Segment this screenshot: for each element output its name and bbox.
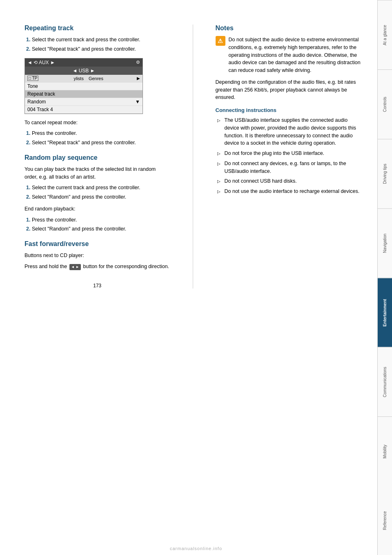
- cancel-label: To cancel repeat mode:: [24, 119, 170, 127]
- connecting-bullet-3: Do not connect any devices, e.g. fans or…: [216, 160, 361, 175]
- warning-box: ⚠ Do not subject the audio device to ext…: [216, 36, 361, 74]
- right-column: Notes ⚠ Do not subject the audio device …: [212, 25, 361, 289]
- sidebar-item-entertainment[interactable]: Entertainment: [378, 278, 392, 347]
- end-random-label: End random playback:: [24, 205, 170, 213]
- main-content: Repeating track Select the current track…: [0, 0, 377, 555]
- left-column: Repeating track Select the current track…: [24, 25, 174, 289]
- end-step-1: Press the controller.: [32, 216, 170, 224]
- tone-row: Tone: [25, 83, 143, 90]
- warning-text: Do not subject the audio device to extre…: [229, 36, 361, 74]
- sidebar-item-at-a-glance[interactable]: At a glance: [378, 0, 392, 69]
- sidebar-item-driving-tips[interactable]: Driving tips: [378, 139, 392, 208]
- genres-tab: Genres: [87, 76, 105, 81]
- playlists-tab: ylists: [72, 76, 85, 81]
- cancel-step-1: Press the controller.: [32, 130, 170, 137]
- connecting-bullet-4: Do not connect USB hard disks.: [216, 177, 361, 185]
- sidebar-item-mobility[interactable]: Mobility: [378, 416, 392, 486]
- end-step-2: Select "Random" and press the controller…: [32, 225, 170, 233]
- random-play-steps: Select the current track and press the c…: [24, 184, 170, 201]
- connecting-bullet-5: Do not use the audio interface to rechar…: [216, 188, 361, 195]
- connecting-title: Connecting instructions: [216, 107, 361, 113]
- random-play-intro: You can play back the tracks of the sele…: [24, 166, 170, 181]
- repeating-step-1: Select the current track and press the c…: [32, 36, 170, 44]
- sidebar-item-reference[interactable]: Reference: [378, 486, 392, 555]
- two-col-layout: Repeating track Select the current track…: [24, 25, 361, 289]
- random-play-title: Random play sequence: [24, 154, 170, 161]
- sidebar-item-controls[interactable]: Controls: [378, 69, 392, 139]
- tp-box: □ TP: [27, 76, 38, 81]
- random-arrow: ▼: [135, 99, 140, 105]
- random-step-2: Select "Random" and press the controller…: [32, 193, 170, 201]
- sidebar: At a glance Controls Driving tips Naviga…: [377, 0, 392, 555]
- page-number: 173: [24, 283, 170, 289]
- random-step-1: Select the current track and press the c…: [32, 184, 170, 192]
- random-row: Random ▼: [25, 98, 143, 106]
- menu-arrow: ▶: [137, 76, 140, 81]
- aux-display: ◄ ⟲ AUX ► ⚙ ◄ USB ► □ TP ylists Genres: [24, 58, 143, 114]
- notes-title: Notes: [216, 25, 361, 32]
- aux-label: ◄ ⟲ AUX ►: [27, 60, 55, 65]
- watermark: carmanualsonline.info: [170, 546, 222, 551]
- fast-forward-instruction: Press and hold the ◄ ► button for the co…: [24, 263, 170, 271]
- fast-forward-title: Fast forward/reverse: [24, 240, 170, 248]
- connecting-instructions-list: The USB/audio interface supplies the con…: [216, 116, 361, 195]
- repeating-track-title: Repeating track: [24, 25, 170, 32]
- menu-items: □ TP ylists Genres ▶ Tone Repeat track: [25, 75, 143, 114]
- sidebar-item-communications[interactable]: Communications: [378, 347, 392, 416]
- sidebar-item-navigation[interactable]: Navigation: [378, 208, 392, 278]
- note2: Depending on the configuration of the au…: [216, 78, 361, 101]
- fast-forward-icon: ◄ ►: [69, 264, 81, 271]
- connecting-bullet-2: Do not force the plug into the USB inter…: [216, 150, 361, 157]
- connecting-bullet-1: The USB/audio interface supplies the con…: [216, 116, 361, 147]
- repeating-track-steps: Select the current track and press the c…: [24, 36, 170, 53]
- cancel-steps: Press the controller. Select "Repeat tra…: [24, 130, 170, 147]
- menu-header-row: □ TP ylists Genres ▶: [25, 75, 143, 83]
- repeat-track-row: Repeat track: [25, 90, 143, 98]
- column-divider: [193, 25, 193, 289]
- warning-icon: ⚠: [216, 36, 225, 46]
- page-container: Repeating track Select the current track…: [0, 0, 392, 555]
- aux-bar: ◄ ⟲ AUX ► ⚙: [25, 58, 143, 67]
- cancel-step-2: Select "Repeat track" and press the cont…: [32, 139, 170, 147]
- usb-label: ◄ USB ►: [72, 68, 95, 74]
- buttons-label: Buttons next to CD player:: [24, 252, 170, 260]
- menu-tabs: ylists Genres: [72, 76, 105, 81]
- repeating-step-2: Select "Repeat track" and press the cont…: [32, 45, 170, 53]
- usb-bar: ◄ USB ►: [25, 67, 143, 75]
- track-row: 004 Track 4: [25, 106, 143, 114]
- end-random-steps: Press the controller. Select "Random" an…: [24, 216, 170, 233]
